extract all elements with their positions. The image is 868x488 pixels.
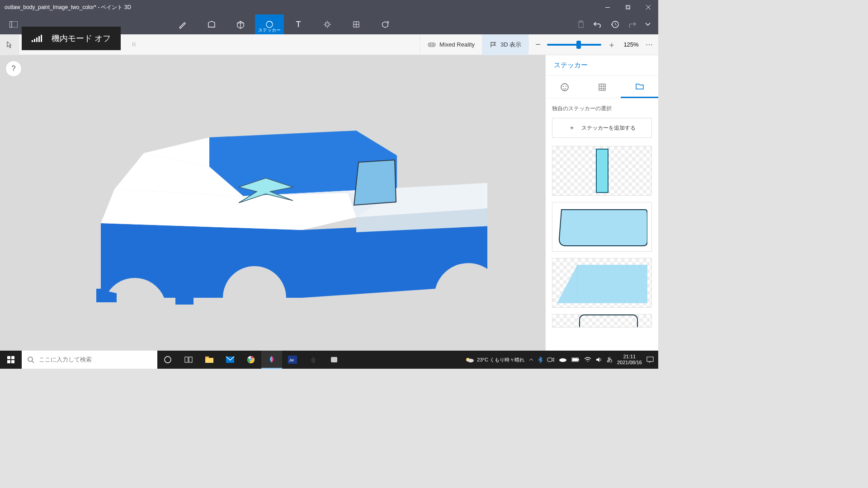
svg-rect-9 xyxy=(579,22,583,28)
model-truck[interactable] xyxy=(58,90,487,316)
3d-view-label: 3D 表示 xyxy=(500,41,521,49)
paint3d-icon[interactable] xyxy=(261,351,282,369)
task-view-button[interactable] xyxy=(178,351,199,369)
tray-expand-icon[interactable] xyxy=(529,358,533,361)
svg-rect-24 xyxy=(596,149,608,192)
sticker-item-1[interactable] xyxy=(552,146,652,196)
add-sticker-button[interactable]: ＋ ステッカーを追加する xyxy=(552,118,652,138)
search-placeholder: ここに入力して検索 xyxy=(39,356,92,364)
canvas-tab[interactable] xyxy=(342,14,371,34)
bluetooth-icon[interactable] xyxy=(538,357,542,363)
canvas-icon xyxy=(352,20,361,29)
svg-rect-17 xyxy=(428,43,435,47)
plus-icon: ＋ xyxy=(569,124,575,132)
side-tab-custom[interactable] xyxy=(621,76,658,98)
add-sticker-label: ステッカーを追加する xyxy=(581,124,636,132)
svg-rect-26 xyxy=(580,315,637,328)
svg-point-41 xyxy=(250,359,252,361)
maximize-button[interactable] xyxy=(618,0,638,14)
inkscape-icon[interactable] xyxy=(303,351,324,369)
svg-point-31 xyxy=(28,357,33,361)
notifications-icon[interactable] xyxy=(646,357,654,363)
svg-rect-29 xyxy=(7,360,10,363)
svg-rect-16 xyxy=(41,35,42,42)
3d-library-tab[interactable] xyxy=(371,14,400,34)
content-area: ? ステッカー xyxy=(0,55,658,351)
sticker-item-3[interactable] xyxy=(552,258,652,308)
mixed-reality-icon xyxy=(428,42,436,48)
search-box[interactable]: ここに入力して検索 xyxy=(22,351,157,369)
more-options-button[interactable]: ⋯ xyxy=(640,40,658,49)
svg-point-32 xyxy=(165,357,171,363)
volume-icon[interactable] xyxy=(596,357,602,362)
svg-rect-35 xyxy=(205,358,213,363)
zoom-out-button[interactable]: − xyxy=(535,39,541,50)
effects-icon xyxy=(323,20,332,29)
svg-rect-3 xyxy=(9,21,18,28)
mail-icon[interactable] xyxy=(220,351,241,369)
sticker-item-4[interactable] xyxy=(552,314,652,328)
mixed-reality-button[interactable]: Mixed Reality xyxy=(420,34,482,55)
ime-indicator[interactable]: あ xyxy=(607,356,613,364)
start-button[interactable] xyxy=(0,351,22,369)
side-panel-body: 独自のステッカーの選択 ＋ ステッカーを追加する xyxy=(546,99,658,351)
sticker-item-2[interactable] xyxy=(552,202,652,252)
svg-rect-12 xyxy=(32,40,33,42)
jww-icon[interactable]: Jw xyxy=(282,351,303,369)
battery-icon[interactable] xyxy=(571,357,580,362)
svg-point-18 xyxy=(429,44,431,46)
history-button[interactable] xyxy=(610,20,619,28)
notification-text: 機内モード オフ xyxy=(52,33,111,44)
stickers-tab[interactable]: ステッカー xyxy=(255,14,284,34)
search-icon xyxy=(27,356,34,363)
explorer-icon[interactable] xyxy=(199,351,220,369)
system-tray: 23°C くもり時々晴れ あ 21:11 2021/08/16 xyxy=(461,354,658,366)
wifi-icon[interactable] xyxy=(584,357,591,362)
svg-rect-28 xyxy=(11,356,14,359)
app-icon[interactable] xyxy=(324,351,344,369)
2d-shapes-tab[interactable] xyxy=(197,14,226,34)
svg-point-19 xyxy=(432,44,434,46)
cortana-button[interactable] xyxy=(157,351,178,369)
chevron-down-icon[interactable] xyxy=(645,22,651,27)
svg-rect-33 xyxy=(185,357,188,362)
svg-rect-14 xyxy=(36,38,38,42)
svg-rect-15 xyxy=(38,36,40,42)
svg-rect-27 xyxy=(7,356,10,359)
text-icon: T xyxy=(296,20,301,29)
3d-view-button[interactable]: 3D 表示 xyxy=(482,34,528,55)
smiley-icon xyxy=(560,83,569,92)
side-panel-title: ステッカー xyxy=(546,55,658,76)
side-panel: ステッカー 独自のステッカーの選択 ＋ ステッカーを追加する xyxy=(545,55,658,351)
canvas[interactable]: ? xyxy=(0,55,545,351)
effects-tab[interactable] xyxy=(313,14,342,34)
zoom-slider[interactable] xyxy=(547,44,601,46)
brushes-tab[interactable] xyxy=(168,14,197,34)
redo-button[interactable] xyxy=(627,20,637,28)
3d-shapes-tab[interactable] xyxy=(226,14,255,34)
meet-now-icon[interactable] xyxy=(547,357,554,362)
svg-rect-36 xyxy=(205,357,209,358)
cube-icon xyxy=(236,20,245,29)
undo-button[interactable] xyxy=(593,20,602,28)
zoom-in-button[interactable]: ＋ xyxy=(608,39,616,50)
onedrive-icon[interactable] xyxy=(559,357,567,362)
texture-icon xyxy=(598,83,607,92)
weather-widget[interactable]: 23°C くもり時々晴れ xyxy=(465,356,524,363)
svg-rect-13 xyxy=(34,39,35,42)
chrome-icon[interactable] xyxy=(241,351,261,369)
clock[interactable]: 21:11 2021/08/16 xyxy=(617,354,642,366)
shape-2d-icon xyxy=(207,20,216,29)
task-icons: Jw xyxy=(157,351,344,369)
notification-toast: 機内モード オフ xyxy=(22,27,121,50)
taskbar: ここに入力して検索 Jw 23°C くもり時々晴れ あ 21:11 2021/0… xyxy=(0,351,658,369)
text-tab[interactable]: T xyxy=(284,14,313,34)
close-button[interactable] xyxy=(638,0,658,14)
help-button[interactable]: ? xyxy=(5,61,22,77)
minimize-button[interactable] xyxy=(597,0,618,14)
side-tab-textures[interactable] xyxy=(583,76,621,98)
side-tab-shapes[interactable] xyxy=(546,76,583,98)
select-tool[interactable] xyxy=(0,34,19,55)
svg-point-6 xyxy=(326,23,329,26)
paste-icon[interactable] xyxy=(577,20,585,28)
